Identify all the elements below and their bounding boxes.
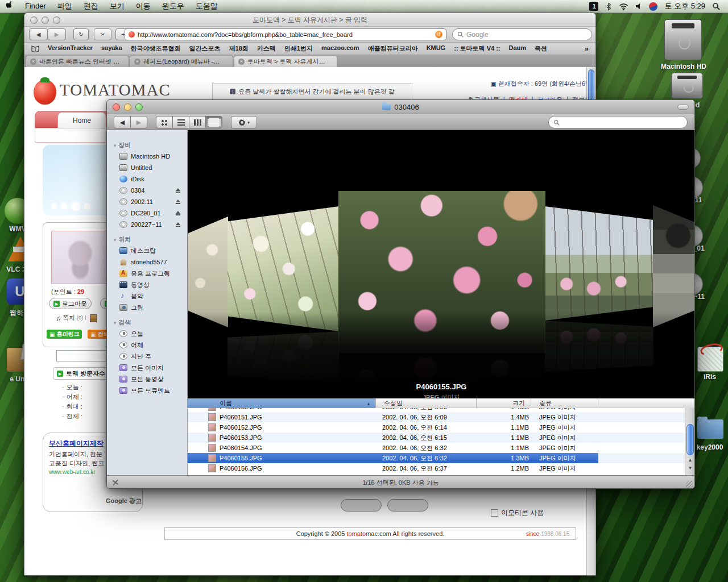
sidebar-row[interactable]: Untitled [107, 162, 187, 173]
wifi-icon[interactable] [619, 3, 628, 10]
bookmark-item[interactable]: maczoo.com [321, 44, 359, 53]
site-logo-text[interactable]: TOMATOMAC [60, 81, 171, 99]
sidebar-row[interactable]: iDisk [107, 173, 187, 185]
input-source-icon[interactable]: 1 [589, 2, 598, 11]
file-row[interactable]: P4060152.JPG 2002. 04. 06, 오전 6:14 1.1MB… [188, 422, 695, 433]
sidebar-row[interactable]: 그림 [107, 302, 187, 313]
column-header-kind[interactable]: 종류 [531, 398, 598, 408]
coverflow-photo-far-right[interactable] [653, 205, 695, 327]
sidebar-row[interactable]: 200227~11 [107, 219, 187, 230]
carousel-dot[interactable] [51, 203, 57, 210]
bookmarks-overflow-chevron[interactable]: » [585, 44, 589, 53]
carousel-dot[interactable] [61, 203, 68, 210]
google-ads-label[interactable]: Google 광고 [106, 497, 142, 505]
list-view-button[interactable] [172, 116, 189, 128]
sidebar-row[interactable]: 음악 [107, 290, 187, 302]
menu-item[interactable]: 편집 [78, 2, 104, 10]
menu-item[interactable]: 파일 [52, 2, 78, 10]
column-view-button[interactable] [189, 116, 206, 128]
memo-line[interactable]: ♫ 쪽지(0)ㅣ [56, 314, 97, 322]
url-field[interactable]: http://www.tomatomac.com/?doc=bbs/gbform… [125, 28, 446, 40]
key2000-folder-icon[interactable] [697, 419, 723, 439]
forward-button[interactable]: ▶ [130, 116, 147, 128]
coverflow-area[interactable]: P4060155.JPG JPEG 이미지 ◀ ▶ [188, 130, 695, 398]
tab-close-icon[interactable]: × [30, 59, 36, 65]
list-scrollbar[interactable]: ▲ ▼ [685, 398, 695, 475]
bookmark-item[interactable]: 한국야생조류협회 [131, 44, 181, 53]
sidebar-row[interactable]: Macintosh HD [107, 151, 187, 162]
icon-view-button[interactable] [156, 116, 173, 128]
column-header-date[interactable]: 수정일 [376, 398, 477, 408]
bookmark-item[interactable]: VersionTracker [48, 44, 93, 53]
file-row[interactable]: P4060153.JPG 2002. 04. 06, 오전 6:15 1.1MB… [188, 433, 695, 443]
file-row[interactable]: P4060154.JPG 2002. 04. 06, 오전 6:32 1.1MB… [188, 443, 695, 453]
finder-search-field[interactable] [548, 116, 688, 128]
sidebar-row[interactable]: 0304 [107, 185, 187, 196]
safari-tab[interactable]: × 토마토맥 > 토맥 자유게시… [234, 56, 337, 67]
eject-icon[interactable] [176, 222, 180, 225]
sidebar-row[interactable]: DC290_01 [107, 207, 187, 219]
site-logo-tomato-icon[interactable] [34, 80, 56, 105]
volume-icon[interactable] [635, 3, 642, 10]
coverflow-photo-far-left[interactable] [188, 217, 228, 327]
back-button[interactable]: ◀ [114, 116, 131, 128]
eject-icon[interactable] [176, 188, 180, 191]
snippet-button[interactable]: ✂ [94, 28, 111, 40]
site-notice[interactable]: ! 요즘 날씨가 쌀쌀해지면서 감기에 걸리는 분이 많은것 같 [212, 83, 412, 100]
minimize-button[interactable] [124, 103, 131, 111]
bookmarks-book-icon[interactable] [31, 45, 39, 52]
bookmark-item[interactable]: sayaka [101, 44, 122, 53]
sidebar-row[interactable]: 모든 도큐멘트 [107, 385, 187, 396]
iris-app-icon[interactable] [697, 347, 723, 372]
safari-tab[interactable]: × 바른언론 빠른뉴스 인터넷 … [26, 56, 129, 67]
coverflow-view-button[interactable] [205, 116, 222, 128]
eject-icon[interactable] [176, 199, 180, 202]
file-row[interactable]: P4060151.JPG 2002. 04. 06, 오전 6:09 1.4MB… [188, 412, 695, 422]
resize-grip[interactable] [686, 481, 693, 488]
file-row[interactable]: P4060156.JPG 2002. 04. 06, 오전 6:37 1.2MB… [188, 463, 695, 473]
logout-button[interactable]: ▶ 로그아웃 [49, 298, 92, 309]
finder-title-bar[interactable]: 030406 [107, 100, 694, 114]
sidebar-row[interactable]: 모든 이미지 [107, 362, 187, 373]
sidebar-row[interactable]: 오늘 [107, 328, 187, 339]
bookmark-item[interactable]: 일간스포츠 [189, 44, 221, 53]
menu-item[interactable]: Finder [19, 2, 52, 10]
safari-title-bar[interactable]: 토마토맥 > 토맥 자유게시판 > 글 입력 [24, 13, 595, 27]
bluetooth-icon[interactable] [605, 2, 612, 11]
homepage-link-badge[interactable]: ▣ 홈피링크 [47, 330, 82, 339]
sidebar-row[interactable]: 어제 [107, 339, 187, 351]
zoom-button[interactable] [53, 16, 60, 24]
untitled-drive-icon[interactable] [671, 73, 703, 99]
menu-item[interactable]: 도움말 [190, 2, 224, 10]
sidebar-row[interactable]: 위치 [107, 234, 187, 245]
coverflow-photo-right[interactable] [545, 206, 653, 321]
menu-item[interactable]: 보기 [104, 2, 130, 10]
macintosh-hd-icon[interactable] [664, 19, 702, 60]
tab-close-icon[interactable]: × [238, 59, 245, 65]
menu-item[interactable]: 윈도우 [156, 2, 190, 10]
eject-icon[interactable] [176, 211, 180, 214]
sidebar-row[interactable]: 모든 동영상 [107, 373, 187, 385]
bookmark-item[interactable]: 애플컴퓨터코리아 [368, 44, 418, 53]
form-cancel-button[interactable] [387, 499, 428, 512]
zoom-button[interactable] [135, 103, 143, 111]
sidebar-row[interactable]: 장비 [107, 139, 187, 151]
carousel-dot[interactable] [84, 203, 90, 210]
ad-url[interactable]: www.web-art.co.kr [49, 469, 96, 475]
bookmark-item[interactable]: :: 토마토맥 V4 :: [454, 44, 500, 53]
forward-button[interactable]: ▶ [47, 28, 66, 40]
bookmark-item[interactable]: 키스맥 [257, 44, 276, 53]
emoticon-checkbox[interactable] [491, 509, 498, 517]
menu-bar-clock[interactable]: 토 오후 5:29 [664, 1, 705, 11]
sidebar-row[interactable]: 2002.11 [107, 196, 187, 207]
iris-app-label[interactable]: iRis [695, 373, 725, 381]
sidebar-row[interactable]: 응용 프로그램 [107, 268, 187, 279]
sidebar-search-input[interactable] [56, 350, 110, 361]
bookmark-item[interactable]: 제18회 [229, 44, 249, 53]
bookmark-item[interactable]: KMUG [427, 44, 446, 53]
snapback-icon[interactable]: ↺ [435, 31, 442, 38]
close-button[interactable] [30, 16, 38, 24]
scroll-down-arrow[interactable]: ▼ [685, 465, 695, 471]
close-button[interactable] [113, 103, 120, 111]
file-row[interactable]: P4060155.JPG 2002. 04. 06, 오전 6:32 1.3MB… [188, 453, 695, 463]
